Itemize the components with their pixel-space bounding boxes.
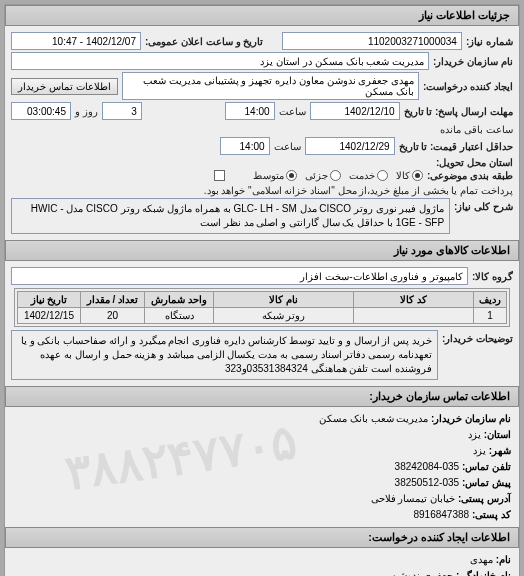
desc-text: ماژول فیبر نوری روتر CISCO مدل GLC- LH -… [11, 198, 450, 234]
province-value: یزد [468, 429, 481, 440]
panel-header: جزئیات اطلاعات نیاز [5, 5, 519, 26]
time-label-1: ساعت [279, 106, 306, 117]
cell-code [354, 308, 474, 324]
phone-value: 035-38242084 [395, 461, 460, 472]
classify-label: طبقه بندی موضوعی: [427, 170, 513, 181]
group-value: کامپیوتر و فناوری اطلاعات-سخت افزار [11, 267, 468, 285]
cell-unit: دستگاه [145, 308, 214, 324]
province-label: استان: [484, 429, 511, 440]
radio-goods-label: کالا [396, 170, 410, 181]
validity-label: حداقل اعتبار قیمت: تا تاریخ [399, 141, 513, 152]
contact-header: اطلاعات تماس سازمان خریدار: [5, 386, 519, 407]
announce-label: تاریخ و ساعت اعلان عمومی: [145, 36, 263, 47]
postcode-label: کد پستی: [472, 509, 511, 520]
fax-value: 035-38250512 [395, 477, 460, 488]
col-row: ردیف [474, 292, 507, 308]
validity-time: 14:00 [220, 137, 270, 155]
radio-part[interactable]: جزئی [305, 170, 341, 181]
creator-header: اطلاعات ایجاد کننده درخواست: [5, 527, 519, 548]
contact-block: نام سازمان خریدار: مدیریت شعب بانک مسکن … [5, 407, 519, 527]
treasury-checkbox[interactable] [214, 170, 225, 181]
buyer-contact-button[interactable]: اطلاعات تماس خریدار [11, 78, 118, 95]
announce-value: 1402/12/07 - 10:47 [11, 32, 141, 50]
items-header: اطلاعات کالاهای مورد نیاز [5, 240, 519, 261]
radio-goods[interactable]: کالا [396, 170, 423, 181]
validity-date: 1402/12/29 [305, 137, 395, 155]
city-value: یزد [473, 445, 486, 456]
days-label: روز و [75, 106, 98, 117]
radio-part-label: جزئی [305, 170, 328, 181]
creator-family-value: جعفری ندوشن [391, 570, 453, 576]
days-remaining: 3 [102, 102, 142, 120]
time-label-2: ساعت [274, 141, 301, 152]
creator-name-label: نام: [496, 554, 511, 565]
org-value: مدیریت شعب بانک مسکن [319, 413, 428, 424]
req-no-value: 1102003271000034 [282, 32, 462, 50]
addr-label: آدرس پستی: [458, 493, 511, 504]
addr-value: خیابان تیمسار فلاحی [371, 493, 456, 504]
radio-medium[interactable]: متوسط [253, 170, 297, 181]
deadline-reply-time: 14:00 [225, 102, 275, 120]
col-name: نام کالا [214, 292, 354, 308]
postcode-value: 8916847388 [413, 509, 469, 520]
radio-service[interactable]: خدمت [349, 170, 388, 181]
creator-block: نام: مهدی نام خانوادگی: جعفری ندوشن تلفن… [5, 548, 519, 576]
city-label: شهر: [489, 445, 511, 456]
deadline-reply-label: مهلت ارسال پاسخ: تا تاریخ [404, 106, 513, 117]
col-need-date: تاریخ نیاز [18, 292, 81, 308]
creator-family-label: نام خانوادگی: [456, 570, 511, 576]
fax-label: پیش تماس: [462, 477, 511, 488]
buyer-notes-text: خرید پس از ارسال و و تایید توسط کارشناس … [11, 330, 438, 380]
time-remaining: 03:00:45 [11, 102, 71, 120]
cell-name: روتر شبکه [214, 308, 354, 324]
radio-medium-label: متوسط [253, 170, 284, 181]
group-label: گروه کالا: [472, 271, 513, 282]
deadline-reply-date: 1402/12/10 [310, 102, 400, 120]
treasury-label: پرداخت تمام یا بخشی از مبلغ خرید،از محل … [204, 185, 513, 196]
buyer-notes-label: توضیحات خریدار: [442, 330, 513, 344]
creator-name-value: مهدی [470, 554, 493, 565]
cell-qty: 20 [80, 308, 144, 324]
creator-label: ایجاد کننده درخواست: [423, 81, 513, 92]
classify-radio-group: کالا خدمت جزئی متوسط [253, 170, 423, 181]
creator-value: مهدی جعفری ندوشن معاون دایره تجهیز و پشت… [122, 72, 420, 100]
delivery-province-label: استان محل تحویل: [436, 157, 513, 168]
org-label: نام سازمان خریدار: [431, 413, 511, 424]
radio-dot-icon [286, 170, 297, 181]
desc-label: شرح کلی نیاز: [454, 198, 513, 212]
col-unit: واحد شمارش [145, 292, 214, 308]
radio-dot-icon [377, 170, 388, 181]
table-row: 1 روتر شبکه دستگاه 20 1402/12/15 [18, 308, 507, 324]
cell-row: 1 [474, 308, 507, 324]
phone-label: تلفن تماس: [462, 461, 511, 472]
remain-label: ساعت باقی مانده [440, 124, 513, 135]
radio-dot-icon [412, 170, 423, 181]
req-no-label: شماره نیاز: [466, 36, 513, 47]
radio-dot-icon [330, 170, 341, 181]
col-qty: تعداد / مقدار [80, 292, 144, 308]
col-code: کد کالا [354, 292, 474, 308]
radio-service-label: خدمت [349, 170, 375, 181]
items-table: ردیف کد کالا نام کالا واحد شمارش تعداد /… [17, 291, 507, 324]
buyer-name-label: نام سازمان خریدار: [433, 56, 513, 67]
buyer-name-value: مدیریت شعب بانک مسکن در استان یزد [11, 52, 429, 70]
cell-need-date: 1402/12/15 [18, 308, 81, 324]
